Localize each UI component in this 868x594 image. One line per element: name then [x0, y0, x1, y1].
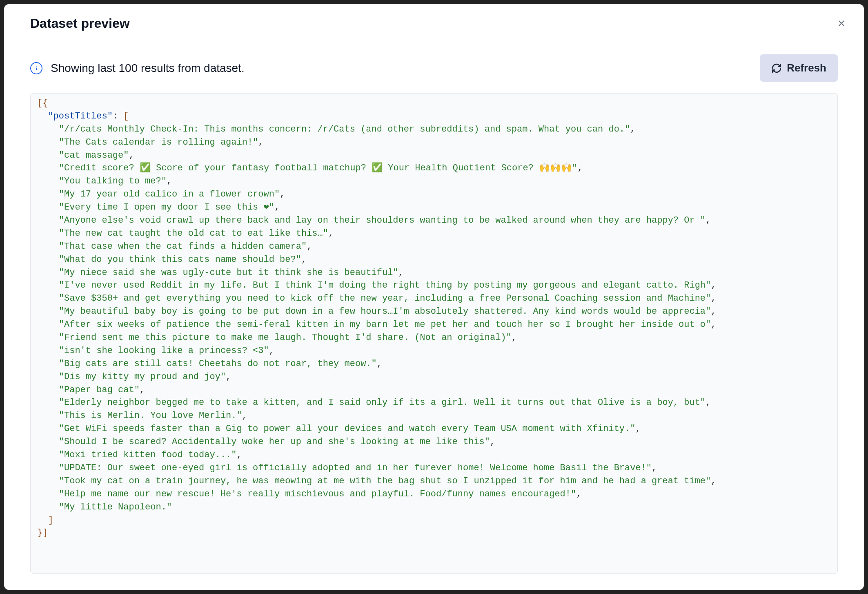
svg-rect-3 — [36, 67, 37, 70]
dataset-preview-modal: Dataset preview Showing last 100 results… — [4, 4, 864, 590]
modal-title: Dataset preview — [30, 16, 130, 31]
refresh-label: Refresh — [787, 62, 826, 74]
info-icon — [30, 62, 42, 74]
refresh-button[interactable]: Refresh — [760, 54, 838, 82]
json-code-viewer[interactable]: [{ "postTitles": [ "/r/cats Monthly Chec… — [30, 93, 838, 574]
info-text: Showing last 100 results from dataset. — [51, 62, 245, 75]
close-button[interactable] — [834, 16, 849, 31]
modal-body: Showing last 100 results from dataset. R… — [4, 41, 864, 590]
refresh-icon — [771, 63, 782, 74]
close-icon — [837, 19, 846, 28]
modal-header: Dataset preview — [4, 4, 864, 41]
svg-point-2 — [36, 66, 37, 67]
info-row: Showing last 100 results from dataset. R… — [30, 54, 838, 82]
info-left: Showing last 100 results from dataset. — [30, 62, 245, 75]
